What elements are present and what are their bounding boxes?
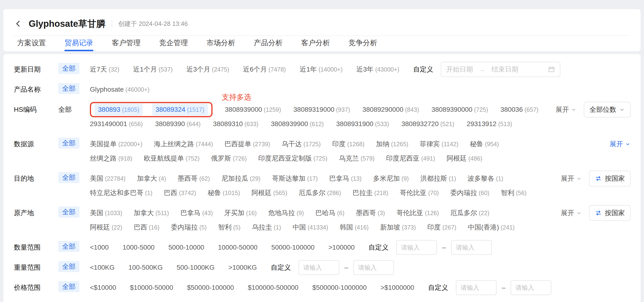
by-country-toggle[interactable]: 按国家: [589, 171, 630, 186]
filter-option[interactable]: 近6个月(7478): [243, 65, 286, 74]
all-option[interactable]: 全部: [58, 241, 79, 252]
filter-option[interactable]: 委内瑞拉(5): [171, 223, 207, 232]
filter-option[interactable]: 38089310(633): [213, 120, 258, 128]
filter-option[interactable]: 秘鲁(954): [470, 140, 499, 149]
custom-option[interactable]: 自定义: [428, 283, 448, 292]
filter-option[interactable]: 50000-100000: [271, 244, 314, 251]
filter-option[interactable]: <1000: [90, 244, 109, 251]
filter-option[interactable]: 巴拿马(43): [180, 208, 213, 217]
filter-option[interactable]: 近1个月(537): [133, 65, 172, 74]
filter-option[interactable]: 加纳(1265): [376, 140, 408, 149]
filter-option[interactable]: <$10000: [90, 284, 116, 291]
tab-2[interactable]: 贸易记录: [64, 36, 93, 51]
all-option[interactable]: 全部: [58, 206, 79, 217]
filter-option[interactable]: >100000: [328, 244, 355, 251]
tab-1[interactable]: 方案设置: [17, 36, 46, 51]
filter-option[interactable]: 100-500KG: [128, 264, 163, 271]
all-option[interactable]: 全部: [58, 281, 79, 292]
range-max-input[interactable]: [353, 260, 394, 275]
range-min-input[interactable]: [298, 260, 339, 275]
filter-option[interactable]: 巴西提单(2739): [224, 140, 270, 149]
tab-5[interactable]: 市场分析: [206, 36, 235, 51]
filter-option[interactable]: 巴拿马(13): [329, 174, 362, 183]
custom-option[interactable]: 自定义: [368, 243, 389, 252]
tab-4[interactable]: 竞企管理: [159, 36, 188, 51]
filter-option[interactable]: Glyphosate(46000+): [90, 86, 150, 93]
expand-toggle[interactable]: 展开: [610, 140, 630, 149]
filter-option[interactable]: 3808932720(521): [401, 120, 454, 128]
filter-option[interactable]: 29313912(513): [467, 120, 512, 128]
filter-option[interactable]: 海上丝绸之路(7444): [154, 140, 213, 149]
filter-option[interactable]: 巴西(16): [134, 223, 159, 232]
filter-option[interactable]: >$1000000: [380, 284, 414, 291]
filter-option[interactable]: 新加坡(373): [380, 223, 416, 232]
filter-option[interactable]: 380036(657): [500, 106, 538, 113]
filter-option[interactable]: >1000KG: [228, 264, 257, 271]
filter-option[interactable]: 智利(56): [501, 188, 526, 197]
filter-option[interactable]: <100KG: [90, 264, 115, 271]
range-min-input[interactable]: [456, 280, 496, 295]
filter-option[interactable]: $100000-500000: [248, 284, 298, 291]
filter-option[interactable]: 哥斯达黎加(17): [272, 174, 318, 183]
filter-option[interactable]: 墨西哥(62): [178, 174, 210, 183]
filter-option[interactable]: 5000-10000: [168, 244, 204, 251]
filter-option[interactable]: 中国(41334): [292, 223, 328, 232]
all-option[interactable]: 全部: [58, 138, 79, 149]
filter-option[interactable]: 印度尼西亚定制版(725): [258, 154, 327, 163]
back-icon[interactable]: [14, 20, 22, 28]
filter-option[interactable]: 38089290000(843): [362, 106, 419, 113]
filter-option[interactable]: 秘鲁(1015): [208, 188, 240, 197]
filter-option[interactable]: 中国(香港)(241): [468, 223, 515, 232]
digits-dropdown[interactable]: 全部位数: [584, 102, 630, 118]
filter-option[interactable]: 厄瓜多尔(22): [450, 208, 489, 217]
all-option[interactable]: 全部: [58, 261, 79, 272]
filter-option[interactable]: 特立尼达和多巴哥(1): [90, 188, 152, 197]
filter-option[interactable]: 洪都拉斯(1): [420, 174, 456, 183]
filter-option[interactable]: 印度(1268): [332, 140, 364, 149]
filter-option[interactable]: 乌拉圭(1): [252, 223, 281, 232]
filter-option[interactable]: 多米尼加(9): [373, 174, 409, 183]
all-option[interactable]: 全部: [58, 106, 72, 113]
filter-option[interactable]: 3808931900(533): [336, 120, 389, 128]
filter-option[interactable]: 38089319000(937): [294, 106, 350, 113]
tab-8[interactable]: 竞争分析: [348, 36, 377, 51]
date-range-input[interactable]: 开始日期→结束日期: [441, 62, 560, 77]
filter-option[interactable]: 印度(267): [428, 223, 456, 232]
filter-option[interactable]: 委内瑞拉(60): [450, 188, 489, 197]
filter-option[interactable]: 美国(22784): [90, 174, 126, 183]
all-option[interactable]: 全部: [58, 172, 79, 183]
by-country-toggle[interactable]: 按国家: [589, 205, 630, 221]
tab-3[interactable]: 客户管理: [112, 36, 140, 51]
filter-option[interactable]: 危地马拉(9): [268, 208, 304, 217]
filter-option[interactable]: 10000-50000: [218, 244, 258, 251]
range-max-input[interactable]: [510, 280, 551, 295]
filter-option[interactable]: 近3年(43000+): [356, 65, 399, 74]
filter-option[interactable]: 俄罗斯(726): [211, 154, 247, 163]
filter-option[interactable]: 阿根廷(22): [90, 223, 122, 232]
filter-option[interactable]: 哥伦比亚(126): [396, 208, 439, 217]
filter-option[interactable]: 牙买加(16): [224, 208, 256, 217]
filter-option[interactable]: 38089324(1517): [152, 104, 208, 116]
filter-option[interactable]: 阿根廷(486): [446, 154, 482, 163]
all-option[interactable]: 全部: [58, 63, 79, 74]
filter-option[interactable]: 巴拉圭(218): [352, 188, 388, 197]
filter-option[interactable]: 美国提单(22000+): [90, 140, 142, 149]
expand-toggle[interactable]: 展开: [556, 105, 576, 114]
filter-option[interactable]: 厄瓜多尔(286): [298, 188, 341, 197]
filter-option[interactable]: 印度尼西亚(491): [386, 154, 435, 163]
filter-option[interactable]: 3808939900(612): [271, 120, 324, 128]
filter-option[interactable]: $50000-100000: [187, 284, 234, 291]
expand-toggle[interactable]: 展开: [561, 174, 582, 183]
filter-option[interactable]: 乌克兰(579): [339, 154, 374, 163]
filter-option[interactable]: 38089390000(725): [432, 106, 488, 113]
filter-option[interactable]: 智利(5): [218, 223, 241, 232]
filter-option[interactable]: 1000-5000: [123, 244, 155, 251]
filter-option[interactable]: 乌干达(1725): [282, 140, 320, 149]
filter-option[interactable]: $10000-50000: [130, 284, 173, 291]
filter-option[interactable]: 欧亚航线提单(752): [144, 154, 199, 163]
tab-7[interactable]: 客户分析: [301, 36, 330, 51]
filter-option[interactable]: 500-1000KG: [177, 264, 215, 271]
filter-option[interactable]: 加拿大(4): [137, 174, 166, 183]
filter-option[interactable]: 波多黎各(1): [468, 174, 504, 183]
filter-option[interactable]: 巴哈马(6): [315, 208, 344, 217]
